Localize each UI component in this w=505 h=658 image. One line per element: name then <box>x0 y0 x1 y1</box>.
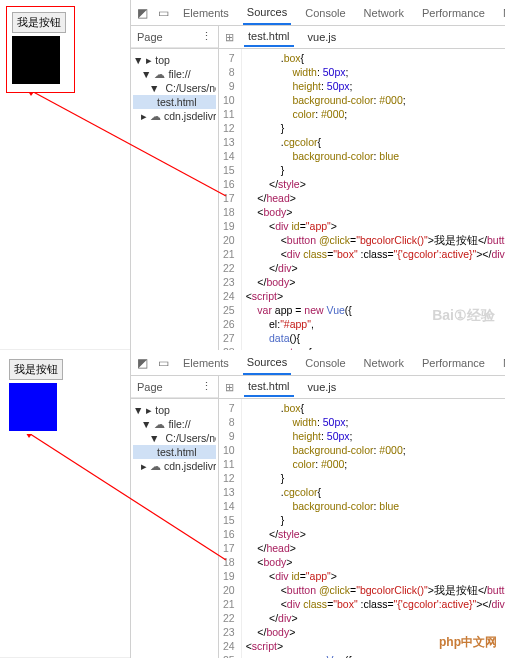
tree-top[interactable]: ▼ ▸ top <box>133 403 216 417</box>
screenshot-bottom: 我是按钮 ◩ ▭ Elements Sources Console Networ… <box>0 350 505 658</box>
box-swatch-blue <box>9 383 57 431</box>
page-preview: 我是按钮 <box>6 6 75 93</box>
tree-path[interactable]: ▼ C:/Users/nemo/D <box>133 431 216 445</box>
file-tree: ▼ ▸ top ▼ ☁ file:// ▼ C:/Users/nemo/D te… <box>131 399 219 658</box>
tab-elements[interactable]: Elements <box>179 2 233 24</box>
page-pane-label[interactable]: Page <box>137 381 163 393</box>
tree-current-file[interactable]: test.html <box>133 445 216 459</box>
devtools-tabbar: ◩ ▭ Elements Sources Console Network Per… <box>131 350 505 376</box>
device-icon[interactable]: ▭ <box>158 6 169 20</box>
more-icon[interactable]: ⋮ <box>201 30 212 43</box>
filetab-vue[interactable]: vue.js <box>304 378 341 396</box>
devtools-panel: ◩ ▭ Elements Sources Console Network Per… <box>130 350 505 658</box>
line-gutter: 7891011121314151617181920212223242526272… <box>219 399 242 658</box>
cloud-icon: ☁ <box>154 418 165 430</box>
tab-network[interactable]: Network <box>360 2 408 24</box>
cloud-icon: ☁ <box>150 460 161 472</box>
code-editor[interactable]: 7891011121314151617181920212223242526272… <box>219 399 505 658</box>
tree-cdn[interactable]: ▸ ☁ cdn.jsdelivr.net <box>133 109 216 123</box>
sources-subbar: Page⋮ ⊞ test.html vue.js <box>131 376 505 399</box>
filetab-test[interactable]: test.html <box>244 377 294 397</box>
tab-console[interactable]: Console <box>301 352 349 374</box>
filetab-test[interactable]: test.html <box>244 27 294 47</box>
watermark-php: php中文网 <box>439 634 497 651</box>
tree-path[interactable]: ▼ C:/Users/nemo/D <box>133 81 216 95</box>
file-nav-icon[interactable]: ⊞ <box>225 31 234 44</box>
device-icon[interactable]: ▭ <box>158 356 169 370</box>
page-pane-label[interactable]: Page <box>137 31 163 43</box>
source-code[interactable]: .box{ width: 50px; height: 50px; backgro… <box>242 399 505 658</box>
tree-top[interactable]: ▼ ▸ top <box>133 53 216 67</box>
demo-button[interactable]: 我是按钮 <box>12 12 66 33</box>
tree-file[interactable]: ▼ ☁ file:// <box>133 417 216 431</box>
filetab-vue[interactable]: vue.js <box>304 28 341 46</box>
tab-performance[interactable]: Performance <box>418 2 489 24</box>
box-swatch-black <box>12 36 60 84</box>
tab-console[interactable]: Console <box>301 2 349 24</box>
tab-performance[interactable]: Performance <box>418 352 489 374</box>
tab-sources[interactable]: Sources <box>243 1 291 25</box>
tab-network[interactable]: Network <box>360 352 408 374</box>
cloud-icon: ☁ <box>154 68 165 80</box>
tree-file[interactable]: ▼ ☁ file:// <box>133 67 216 81</box>
tab-memory[interactable]: Memory <box>499 352 505 374</box>
inspect-icon[interactable]: ◩ <box>137 6 148 20</box>
tab-sources[interactable]: Sources <box>243 351 291 375</box>
file-nav-icon[interactable]: ⊞ <box>225 381 234 394</box>
tab-elements[interactable]: Elements <box>179 352 233 374</box>
sources-main: ▼ ▸ top ▼ ☁ file:// ▼ C:/Users/nemo/D te… <box>131 399 505 658</box>
cloud-icon: ☁ <box>150 110 161 122</box>
tree-current-file[interactable]: test.html <box>133 95 216 109</box>
inspect-icon[interactable]: ◩ <box>137 356 148 370</box>
screenshot-top: 我是按钮 ◩ ▭ Elements Sources Console Networ… <box>0 0 505 350</box>
tree-cdn[interactable]: ▸ ☁ cdn.jsdelivr.net <box>133 459 216 473</box>
demo-button[interactable]: 我是按钮 <box>9 359 63 380</box>
page-preview: 我是按钮 <box>6 356 66 434</box>
sources-subbar: Page⋮ ⊞ test.html vue.js <box>131 26 505 49</box>
devtools-tabbar: ◩ ▭ Elements Sources Console Network Per… <box>131 0 505 26</box>
more-icon[interactable]: ⋮ <box>201 380 212 393</box>
tab-memory[interactable]: Memory <box>499 2 505 24</box>
